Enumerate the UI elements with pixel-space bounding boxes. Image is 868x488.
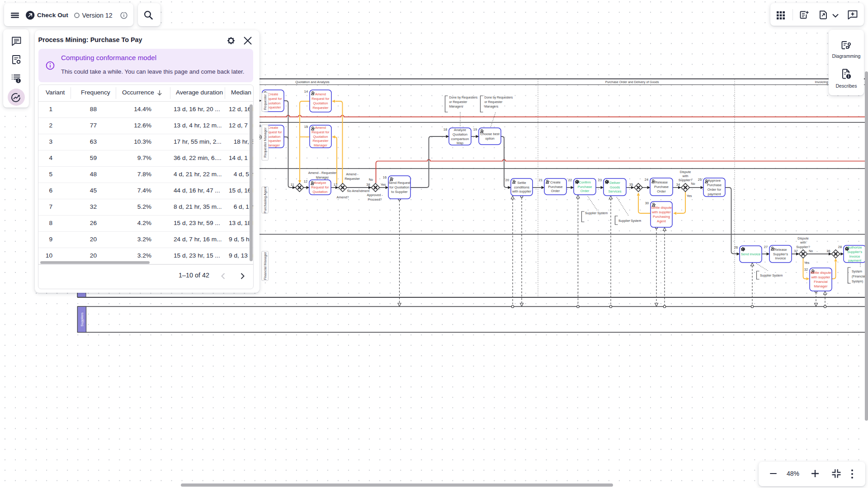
svg-text:Send Request: Send Request <box>388 181 410 185</box>
svg-text:Requester: Requester <box>312 139 329 143</box>
svg-text:20: 20 <box>505 178 509 182</box>
svg-text:conditions: conditions <box>514 185 529 189</box>
svg-text:Quotation: Quotation <box>453 132 467 136</box>
svg-text:Analyze: Analyze <box>454 128 466 132</box>
svg-text:Send invoice: Send invoice <box>741 252 760 256</box>
svg-text:Settle dispute: Settle dispute <box>651 206 672 210</box>
svg-text:to Supplier: to Supplier <box>391 190 408 194</box>
svg-text:System: System <box>852 270 862 273</box>
svg-text:Order for: Order for <box>708 188 722 192</box>
svg-text:Order: Order <box>551 189 560 193</box>
svg-text:Managers: Managers <box>485 105 499 108</box>
svg-text:Settle: Settle <box>517 181 526 185</box>
svg-text:Done by Requesters: Done by Requesters <box>449 96 478 99</box>
svg-text:Release: Release <box>655 180 668 184</box>
svg-text:Choose best: Choose best <box>480 132 500 136</box>
svg-text:comparison: comparison <box>451 137 469 141</box>
svg-text:Release: Release <box>774 248 787 252</box>
svg-text:16: 16 <box>383 175 387 179</box>
svg-text:with supplier: with supplier <box>512 189 532 193</box>
svg-text:12: 12 <box>304 179 307 183</box>
svg-text:No: No <box>691 182 695 186</box>
svg-text:11: 11 <box>291 183 294 187</box>
svg-text:Dispute: Dispute <box>797 236 808 240</box>
svg-text:Request for: Request for <box>311 97 330 101</box>
svg-text:Purchase: Purchase <box>654 185 669 189</box>
svg-text:Order: Order <box>657 189 666 193</box>
svg-text:Create: Create <box>550 180 561 184</box>
svg-text:Request for: Request for <box>311 185 329 189</box>
svg-text:Purchase: Purchase <box>577 185 592 189</box>
svg-text:No: No <box>809 249 813 253</box>
svg-text:Supplier?: Supplier? <box>796 245 810 249</box>
svg-text:25: 25 <box>698 178 702 182</box>
svg-text:for Quotation: for Quotation <box>390 185 410 189</box>
svg-text:with: with <box>682 174 689 178</box>
svg-text:Purchase Order and Delivery of: Purchase Order and Delivery of Goods <box>605 80 659 84</box>
svg-text:35: 35 <box>629 183 633 187</box>
svg-text:Supplier's: Supplier's <box>773 252 788 256</box>
svg-text:27: 27 <box>764 245 768 249</box>
svg-text:Create: Create <box>268 92 278 96</box>
svg-text:Supplier?: Supplier? <box>679 178 692 182</box>
svg-text:Amend -: Amend - <box>346 172 359 176</box>
svg-text:Amend: Amend <box>315 126 326 130</box>
svg-text:Purchasing: Purchasing <box>653 215 670 219</box>
svg-text:or Requester: or Requester <box>485 100 503 104</box>
svg-text:15: 15 <box>304 125 308 129</box>
svg-text:Managers: Managers <box>449 105 463 108</box>
svg-text:Quotation: Quotation <box>313 190 328 194</box>
svg-text:19: 19 <box>473 127 477 131</box>
svg-text:No: No <box>369 178 373 182</box>
svg-text:Quotation and Analysis: Quotation and Analysis <box>295 80 330 84</box>
svg-text:37: 37 <box>794 249 797 253</box>
svg-text:Proceed?: Proceed? <box>368 197 382 202</box>
svg-text:Yes: Yes <box>381 183 386 187</box>
svg-text:Done by Requesters: Done by Requesters <box>485 96 513 99</box>
svg-text:Invoice: Invoice <box>849 254 860 258</box>
svg-text:Supplier System: Supplier System <box>618 219 641 223</box>
svg-text:Authorize: Authorize <box>847 245 862 249</box>
svg-text:Purchase: Purchase <box>548 185 562 189</box>
svg-text:Supplier System: Supplier System <box>760 274 783 277</box>
svg-text:Manager: Manager <box>314 143 327 147</box>
svg-text:Requester: Requester <box>263 94 267 110</box>
svg-text:21: 21 <box>539 178 542 182</box>
svg-text:Analyze: Analyze <box>314 181 326 185</box>
svg-text:Supplier System: Supplier System <box>585 211 608 215</box>
svg-text:Purchase: Purchase <box>707 183 722 187</box>
svg-text:with supplier: with supplier <box>811 275 830 279</box>
svg-text:payment: payment <box>848 258 862 263</box>
svg-text:24: 24 <box>645 178 648 182</box>
svg-text:Settle dispute: Settle dispute <box>810 271 831 275</box>
svg-text:Approved -: Approved - <box>367 193 383 197</box>
svg-text:Confirm: Confirm <box>579 180 591 184</box>
svg-text:Order: Order <box>580 189 590 193</box>
svg-text:Deliver: Deliver <box>609 181 620 185</box>
svg-text:Quotation: Quotation <box>313 101 328 105</box>
svg-text:Agent: Agent <box>657 219 666 223</box>
svg-text:Amend: Amend <box>315 92 326 96</box>
svg-text:Invoice: Invoice <box>775 256 786 260</box>
svg-text:14: 14 <box>304 89 308 94</box>
svg-text:36: 36 <box>826 249 830 253</box>
svg-text:Services: Services <box>608 189 621 193</box>
svg-text:Map: Map <box>457 141 463 145</box>
svg-text:30: 30 <box>645 201 649 205</box>
svg-text:No Amendment: No Amendment <box>347 189 370 193</box>
svg-text:Suppliers: Suppliers <box>80 312 84 326</box>
svg-text:Amend?: Amend? <box>337 195 349 199</box>
svg-text:26: 26 <box>734 245 738 249</box>
svg-text:Request for: Request for <box>311 130 330 134</box>
svg-text:Amend - Requester: Amend - Requester <box>308 171 337 175</box>
svg-text:Dispute: Dispute <box>680 170 691 174</box>
svg-text:38: 38 <box>366 183 370 187</box>
svg-text:Purchasing Agent: Purchasing Agent <box>263 186 267 213</box>
svg-text:Goods: Goods <box>610 185 620 189</box>
svg-text:18: 18 <box>443 127 447 131</box>
svg-text:Invoicing: Invoicing <box>815 80 828 84</box>
svg-text:Approve: Approve <box>708 178 721 183</box>
svg-text:(Financial: (Financial <box>852 275 865 278</box>
svg-text:Yes: Yes <box>687 194 692 198</box>
svg-text:Manager: Manager <box>316 175 329 179</box>
